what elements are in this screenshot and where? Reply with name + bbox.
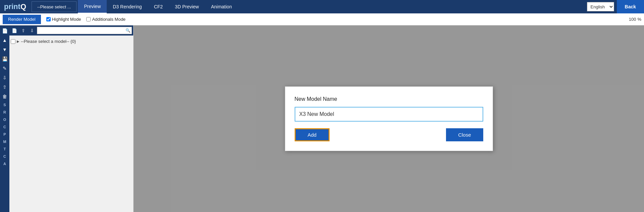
main-content: 📄 ▲ ▼ 💾 ✎ ⇩ ⇧ 🗑 S R O C P M T C A 📄 ⇧ ⇩ … bbox=[0, 25, 644, 212]
header: printQ --Please select ... Preview D3 Re… bbox=[0, 0, 644, 13]
upload-icon[interactable]: ⇧ bbox=[1, 83, 9, 91]
sidebar-letter-c[interactable]: C bbox=[3, 124, 6, 130]
tree-area: ▶ --Please select a model-- {0} bbox=[9, 36, 133, 212]
tree-arrow-icon[interactable]: ▶ bbox=[17, 40, 19, 43]
close-button[interactable]: Close bbox=[446, 128, 483, 141]
modal-overlay: New Model Name Add Close bbox=[134, 25, 644, 212]
logo: printQ bbox=[0, 0, 30, 13]
modal-name-input[interactable] bbox=[295, 107, 483, 122]
sidebar-letter-p[interactable]: P bbox=[3, 131, 6, 137]
tab-animation[interactable]: Animation bbox=[205, 0, 238, 13]
panel-new-button[interactable]: 📄 bbox=[11, 27, 18, 34]
canvas-area: New Model Name Add Close bbox=[134, 25, 644, 212]
sub-header: Render Model Highlight Mode Additionals … bbox=[0, 13, 644, 25]
please-select-button[interactable]: --Please select ... bbox=[32, 1, 77, 12]
modal-title: New Model Name bbox=[295, 96, 483, 102]
highlight-mode-label[interactable]: Highlight Mode bbox=[46, 17, 81, 22]
highlight-mode-text: Highlight Mode bbox=[52, 17, 81, 22]
sidebar-letter-r[interactable]: R bbox=[3, 109, 6, 115]
panel-sort-down-button[interactable]: ⇩ bbox=[28, 27, 36, 34]
render-model-button[interactable]: Render Model bbox=[3, 15, 41, 24]
save-icon[interactable]: 💾 bbox=[1, 55, 9, 63]
additionals-mode-label[interactable]: Additionals Mode bbox=[86, 17, 126, 22]
tab-cf2[interactable]: CF2 bbox=[148, 0, 169, 13]
delete-icon[interactable]: 🗑 bbox=[1, 92, 9, 100]
sidebar-letter-s[interactable]: S bbox=[3, 102, 6, 108]
sidebar-letter-m[interactable]: M bbox=[3, 139, 6, 145]
add-button[interactable]: Add bbox=[295, 128, 330, 141]
download-icon[interactable]: ⇩ bbox=[1, 74, 9, 82]
sidebar-letter-o[interactable]: O bbox=[3, 117, 6, 123]
nav-tabs: Preview D3 Rendering CF2 3D Preview Anim… bbox=[78, 0, 238, 13]
search-input[interactable] bbox=[37, 27, 132, 34]
new-icon[interactable]: 📄 bbox=[1, 27, 9, 35]
sidebar-letter-a[interactable]: A bbox=[3, 161, 6, 167]
sidebar-letter-c2[interactable]: C bbox=[3, 153, 6, 159]
tree-item: ▶ --Please select a model-- {0} bbox=[11, 38, 132, 45]
left-panel: 📄 ⇧ ⇩ 🔍 ▼ ▶ --Please select a model-- {0… bbox=[9, 25, 134, 212]
zoom-percent: % bbox=[637, 17, 641, 22]
additionals-mode-checkbox[interactable] bbox=[86, 17, 91, 21]
modal-buttons: Add Close bbox=[295, 128, 483, 141]
checkbox-group: Highlight Mode Additionals Mode bbox=[46, 17, 126, 22]
highlight-mode-checkbox[interactable] bbox=[46, 17, 51, 21]
tab-preview[interactable]: Preview bbox=[78, 0, 107, 13]
back-button[interactable]: Back bbox=[617, 0, 644, 13]
search-dropdown-icon[interactable]: ▼ bbox=[128, 29, 131, 32]
logo-text: print bbox=[4, 2, 20, 11]
tree-item-label: --Please select a model-- {0} bbox=[21, 39, 76, 44]
modal-dialog: New Model Name Add Close bbox=[285, 86, 493, 151]
additionals-mode-text: Additionals Mode bbox=[92, 17, 126, 22]
sidebar-icons: 📄 ▲ ▼ 💾 ✎ ⇩ ⇧ 🗑 S R O C P M T C A bbox=[0, 25, 9, 212]
language-select[interactable]: English German French bbox=[587, 2, 614, 11]
tree-item-checkbox[interactable] bbox=[11, 39, 15, 44]
zoom-value: 100 bbox=[629, 17, 636, 22]
tab-d3rendering[interactable]: D3 Rendering bbox=[107, 0, 148, 13]
panel-toolbar: 📄 ⇧ ⇩ 🔍 ▼ bbox=[9, 25, 133, 36]
search-container: 🔍 ▼ bbox=[37, 27, 132, 34]
sidebar-letter-t[interactable]: T bbox=[4, 146, 6, 152]
logo-q: Q bbox=[20, 2, 26, 11]
tab-3dpreview[interactable]: 3D Preview bbox=[169, 0, 205, 13]
edit-icon[interactable]: ✎ bbox=[1, 64, 9, 72]
align-up-icon[interactable]: ▲ bbox=[1, 36, 9, 44]
align-down-icon[interactable]: ▼ bbox=[1, 46, 9, 54]
panel-sort-up-button[interactable]: ⇧ bbox=[19, 27, 27, 34]
